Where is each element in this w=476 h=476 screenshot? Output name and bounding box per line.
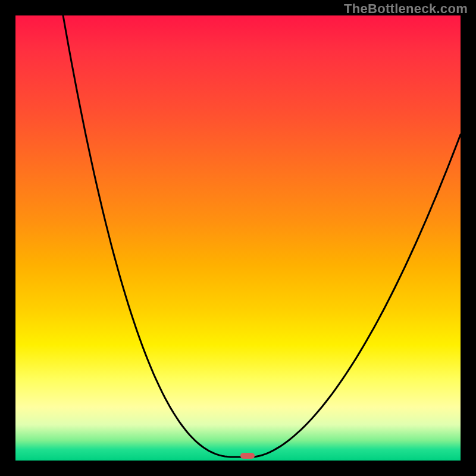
watermark-text: TheBottleneck.com [344,1,468,17]
optimal-marker [240,453,255,459]
bottleneck-curve [15,15,461,461]
plot-area [15,15,461,461]
chart-frame: TheBottleneck.com [0,0,476,476]
